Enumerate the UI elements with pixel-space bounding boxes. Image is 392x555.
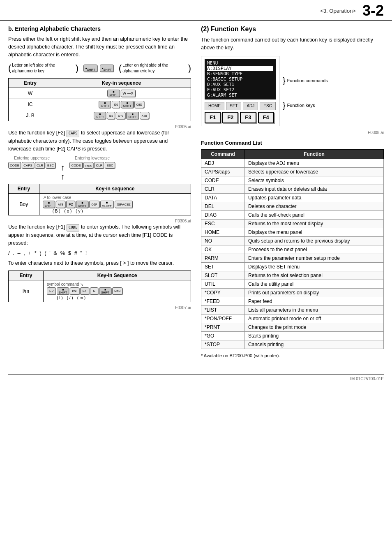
cmd-table-row: SLOTReturns to the slot selection panel <box>201 271 384 280</box>
fkey-f1[interactable]: F1 <box>205 112 221 123</box>
cmd-key-adj[interactable]: ADJ <box>243 102 258 110</box>
lm-key-seq: F2 ■SHIFT K6L F1 ⊳ ■SHIFT M1N <box>47 287 187 295</box>
fkey-diagram-wrapper: MENU A:DISPLAY B:SENSOR TYPE C:BASIC SET… <box>201 56 384 126</box>
cmd-keys-row: HOME SET ADJ ESC <box>205 102 276 110</box>
key-ic1[interactable]: I5J <box>112 101 120 108</box>
shift-key-boy[interactable]: ■SHIFT <box>43 201 55 208</box>
cmd-table-row: UTILCalls the utility panel <box>201 280 384 288</box>
key-code-lower[interactable]: CODE <box>69 162 82 169</box>
cmd-cell-function: Proceeds to the next panel <box>245 245 384 254</box>
cmd-key-set[interactable]: SET <box>226 102 241 110</box>
func-commands-label-group: } Function commands <box>283 76 328 85</box>
keys-w: ■SHIFT W ―X <box>52 88 191 99</box>
code-para-1: Use the function key [F1] CODE to enter … <box>8 223 191 247</box>
key-esc-upper[interactable]: ESC <box>46 162 55 169</box>
boy-label-y: ( y ) <box>76 209 83 213</box>
cmd-table-row: CLRErases input data or deletes all data <box>201 185 384 193</box>
key-f2-lm[interactable]: F2 <box>47 287 56 295</box>
shift-key-w[interactable]: ■SHIFT <box>107 90 120 97</box>
entry-table-2: Entry Key-in sequence Boy ↗ to lower cas… <box>8 184 191 215</box>
cmd-cell-function: Selects uppercase or lowercase <box>245 167 384 176</box>
fkey-f2[interactable]: F2 <box>222 112 238 123</box>
cmd-cell-function: Returns to the slot selection panel <box>245 271 384 280</box>
menu-line-e: E:AUX SET2 <box>207 87 273 92</box>
arrows-group: ↑ ↑ <box>60 163 65 180</box>
cmd-table-row: *COPYPrints out parameters on display <box>201 288 384 297</box>
key-clr-lower[interactable]: CLR <box>94 162 104 169</box>
left-brace-1: ( <box>8 64 11 73</box>
key-caps-lower[interactable]: caps <box>83 162 94 169</box>
right-label-group: ( Letter on right side of the alphanumer… <box>119 62 191 74</box>
key-jb3[interactable]: A7B <box>140 112 149 119</box>
func-keys-row: F1 F2 F3 F4 <box>205 112 276 123</box>
key-ic2[interactable]: C8D <box>134 101 144 108</box>
footnote: * Available on BT200-P00 (with printer). <box>201 352 384 359</box>
boy-label-b: ( B ) <box>53 209 60 213</box>
key-lm-m[interactable]: M1N <box>112 287 122 295</box>
shift-left-key[interactable]: ■SHIFT <box>83 65 97 72</box>
key-boy-y[interactable]: JSPACEZ <box>115 201 133 208</box>
key-boy-space[interactable]: ■SHIFT <box>100 201 114 208</box>
cmd-table-row: SETDisplays the SET menu <box>201 262 384 271</box>
key-code-upper[interactable]: CODE <box>8 162 21 169</box>
shift-key-ic2[interactable]: ■SHIFT <box>121 101 133 108</box>
table-row: W ■SHIFT W ―X <box>9 88 191 99</box>
brace-commands: } <box>283 76 286 85</box>
cmd-cell-command: *LIST <box>201 305 245 314</box>
shift-key-boy2[interactable]: ■SHIFT <box>76 201 88 208</box>
caps-paragraph: Use the function key [F2] CAPS to select… <box>8 129 191 153</box>
cmd-cell-function: Returns to the most recent display <box>245 219 384 228</box>
menu-line-a: A:DISPLAY <box>207 66 273 71</box>
key-w[interactable]: W ―X <box>121 90 136 97</box>
symbols-line: / . – , + * ) ( ' & % $ # " ! <box>8 250 191 256</box>
code-para-2: To enter characters next to these symbol… <box>8 259 191 267</box>
cmd-table-row: NOQuits setup and returns to the previou… <box>201 236 384 245</box>
lm-sub-labels: ( l ) ( / ) ( m ) <box>47 296 187 300</box>
shift-key-ic1[interactable]: ■SHIFT <box>99 101 111 108</box>
cmd-table-row: HOMEDisplays the menu panel <box>201 228 384 236</box>
cmd-cell-function: Automatic printout mode on or off <box>245 314 384 323</box>
table1-header-entry: Entry <box>9 79 52 88</box>
key-esc-lower[interactable]: ESC <box>105 162 115 169</box>
cmd-key-esc[interactable]: ESC <box>260 102 276 110</box>
shift-key-jb2[interactable]: ■SHIFT <box>126 112 138 119</box>
key-boy-a[interactable]: A7B <box>56 201 65 208</box>
cmd-table-row: *LISTLists all parameters in the menu <box>201 305 384 314</box>
cmd-table-row: CAPS/capsSelects uppercase or lowercase <box>201 167 384 176</box>
cmd-cell-command: SLOT <box>201 271 245 280</box>
cmd-key-home[interactable]: HOME <box>205 102 224 110</box>
shift-key-lm[interactable]: ■SHIFT <box>57 287 69 295</box>
cmd-cell-function: Quits setup and returns to the previous … <box>245 236 384 245</box>
key-caps-upper[interactable]: CAPS <box>22 162 34 169</box>
cmd-cell-command: OK <box>201 245 245 254</box>
shift-key-jb1[interactable]: ■SHIFT <box>94 112 106 119</box>
key-jb1[interactable]: I5J <box>107 112 115 119</box>
table-row: l/m symbol command ↘ F2 ■SHIFT K6L F1 ⊳ … <box>9 280 191 302</box>
fkey-f3[interactable]: F3 <box>240 112 256 123</box>
fkey-f4[interactable]: F4 <box>258 112 274 123</box>
cmd-cell-function: Updates parameter data <box>245 193 384 202</box>
menu-line-b: B:SENSOR TYPE <box>207 71 273 76</box>
key-clr-upper[interactable]: CLR <box>35 162 45 169</box>
key-f2-boy[interactable]: F2 <box>66 201 75 208</box>
lm-label-l: ( l ) <box>57 296 62 300</box>
shift-diagram: ( Letter on left side of the alphanumeri… <box>8 62 191 74</box>
cmd-cell-command: CODE <box>201 176 245 185</box>
cmd-cell-command: DEL <box>201 202 245 210</box>
entry-lm: l/m <box>9 280 44 302</box>
func-keys-label-group: } Function keys <box>283 101 328 109</box>
key-lm-arrow[interactable]: ⊳ <box>90 287 98 295</box>
left-label: Letter on left side of the alphanumeric … <box>12 62 74 74</box>
cmd-cell-function: Selects symbols <box>245 176 384 185</box>
shift-key-lm2[interactable]: ■SHIFT <box>99 287 111 295</box>
key-f1-lm[interactable]: F1 <box>80 287 89 295</box>
key-lm-k[interactable]: K6L <box>70 287 79 295</box>
key-jb2[interactable]: U·V <box>116 112 125 119</box>
entry-boy: Boy <box>9 194 39 215</box>
cmd-header-command: Command <box>201 149 245 159</box>
entry-ic: IC <box>9 99 52 110</box>
code-badge: CODE <box>67 224 80 231</box>
caps-block-lower: Entering lowercase CODE caps CLR ESC <box>69 156 115 169</box>
shift-right-key[interactable]: ■SHIFT <box>100 65 114 72</box>
key-boy-o[interactable]: O2P <box>89 201 99 208</box>
